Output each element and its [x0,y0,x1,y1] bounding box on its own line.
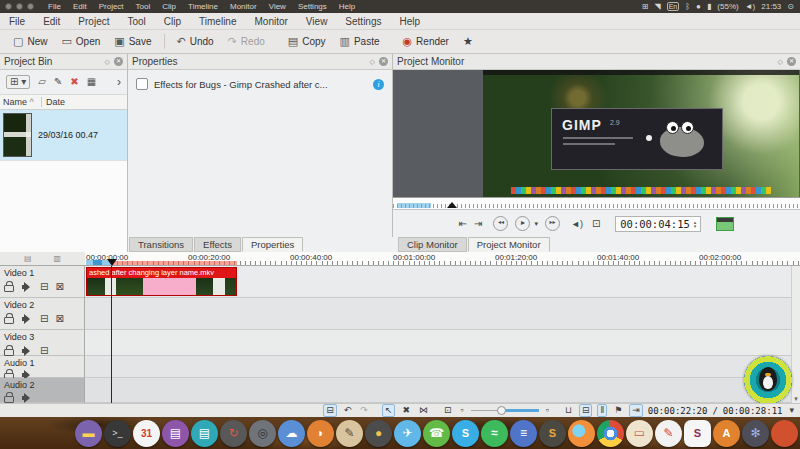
lock-track-icon[interactable] [4,345,15,356]
global-menu-item[interactable]: Project [93,2,130,11]
global-menu-item[interactable]: Timeline [182,2,224,11]
close-window-button[interactable] [5,3,12,10]
slack[interactable]: S [684,420,711,447]
weather-app[interactable]: ☁ [278,420,305,447]
maximize-window-button[interactable] [27,3,34,10]
info-icon[interactable]: i [373,79,384,90]
global-menu-item[interactable]: Tool [130,2,157,11]
track-lane-video3[interactable] [85,330,791,356]
chrome[interactable] [597,420,624,447]
monitor-volume-button[interactable]: ◄) [571,219,583,229]
video-thumbnails-icon[interactable]: ⊟ [40,346,48,356]
media-app[interactable]: ▭ [626,420,653,447]
toolbar-button[interactable]: ◉ Render [396,34,456,49]
split-audio-button[interactable]: ⊔ [563,405,574,416]
software-updater[interactable]: ↻ [220,420,247,447]
monitor-timecode-box[interactable]: 00:00:04:15 ▴▾ [615,216,701,232]
lock-track-icon[interactable] [4,392,15,403]
dock-tab[interactable]: Transitions [129,237,193,252]
arrow-back-button[interactable]: ↶ [342,405,354,416]
timeline-corner-icon-2[interactable]: ▥ [54,254,62,263]
toolbar-button[interactable]: ▭ Open [54,34,107,49]
mail-stack-app[interactable]: ≡ [510,420,537,447]
go-start-button[interactable]: ⇤ [459,218,467,229]
composite-icon[interactable]: ⊠ [55,282,63,292]
track-lane-audio2[interactable] [85,378,791,403]
lock-track-icon[interactable] [4,313,15,324]
menu-item[interactable]: View [297,16,337,27]
forward-button[interactable]: ▸▸ [545,216,560,231]
go-end-button[interactable]: ⇥ [474,218,482,229]
toolbar-button[interactable]: ▣ Save [107,34,158,49]
mute-track-icon[interactable] [22,281,33,292]
orange-app[interactable]: ◗ [307,420,334,447]
track-header-video2[interactable]: Video 2 ⊟ ⊠ [0,298,85,330]
statusbar-chevron-icon[interactable]: ▾ [787,405,796,416]
input-language-badge[interactable]: En [667,2,680,11]
column-header-name[interactable]: Name ^ [0,97,42,107]
global-menu-item[interactable]: File [42,2,67,11]
toolbar-button[interactable]: ↷ Redo [221,34,272,49]
track-header-audio1[interactable]: Audio 1 [0,356,85,378]
track-lane-video2[interactable] [85,298,791,330]
select-tool-button[interactable]: ↖ [382,404,396,417]
track-header-video1[interactable]: Video 1 ⊟ ⊠ [0,266,85,298]
color-profile-app[interactable]: ● [365,420,392,447]
minimize-window-button[interactable] [16,3,23,10]
dock-tab[interactable]: Properties [242,237,303,252]
battery-percent[interactable]: (55%) [717,2,738,11]
composite-icon[interactable]: ⊠ [55,314,63,324]
timecode-spinner[interactable]: ▴▾ [694,220,697,228]
play-options-button[interactable]: ▾ [534,220,538,228]
menu-item[interactable]: File [0,16,34,27]
volume-icon[interactable]: ◄) [745,2,756,11]
lock-track-icon[interactable] [4,281,15,292]
edge-app[interactable] [771,420,798,447]
zoom-fit-button[interactable]: ⊡ [442,405,454,416]
track-header-video3[interactable]: Video 3 ⊟ [0,330,85,356]
toolbar-button[interactable] [164,34,165,49]
menu-item[interactable]: Timeline [190,16,245,27]
timeline-corner-icon-1[interactable]: ▤ [24,254,32,263]
toolbar-button[interactable]: ▢ New [6,34,54,49]
menu-item[interactable]: Monitor [246,16,297,27]
global-menu-item[interactable]: Monitor [224,2,263,11]
float-panel-icon[interactable]: ◇ [105,58,110,66]
workspace-switcher[interactable]: ▬ [75,420,102,447]
sublime-text[interactable]: S [539,420,566,447]
viber[interactable]: ☎ [423,420,450,447]
puzzle-app[interactable]: ✻ [742,420,769,447]
audio-thumbs-button[interactable]: ‖ [597,404,607,417]
monitor-fit-button[interactable]: ⊡ [592,218,600,229]
add-clip-button[interactable]: ⊞ ▾ [6,75,30,89]
bin-clip-row[interactable]: 29/03/16 00.47 [0,110,127,161]
monitor-playhead-marker[interactable] [447,202,457,208]
app-store[interactable]: A [713,420,740,447]
skype[interactable]: S [452,420,479,447]
create-folder-button[interactable]: ▱ [38,77,46,87]
global-menu-item[interactable]: Edit [67,2,93,11]
rewind-button[interactable]: ◂◂ [493,216,508,231]
menu-item[interactable]: Help [391,16,430,27]
video-thumbs-button[interactable]: ⊟ [579,404,593,417]
markers-button[interactable]: ⚑ [612,405,624,416]
timeline-vertical-scrollbar[interactable]: ▾ [791,266,800,403]
mute-track-icon[interactable] [22,345,33,356]
snap-button[interactable]: ⇥ [629,404,643,417]
close-panel-icon[interactable]: ✕ [114,57,123,66]
dock-tab[interactable]: Project Monitor [468,237,550,252]
monitor-ruler[interactable] [393,197,800,210]
zoom-out-button[interactable]: ▫ [459,405,466,416]
dock-tab[interactable]: Clip Monitor [398,237,467,252]
timeline-ruler[interactable]: 00:00:00:0000:00:20:0000:00:40:0000:01:0… [85,252,800,266]
dock-tab[interactable]: Effects [194,237,241,252]
track-height-button[interactable]: ⊟ [323,404,337,417]
telegram[interactable]: ✈ [394,420,421,447]
wifi-icon[interactable]: ◥ [655,2,661,11]
screenshot-app[interactable]: ◎ [249,420,276,447]
close-panel-icon[interactable]: ✕ [379,57,388,66]
global-menu-item[interactable]: View [263,2,292,11]
global-menu-item[interactable]: Settings [292,2,333,11]
firefox[interactable] [568,420,595,447]
battery-icon[interactable]: ▮ [707,2,711,11]
